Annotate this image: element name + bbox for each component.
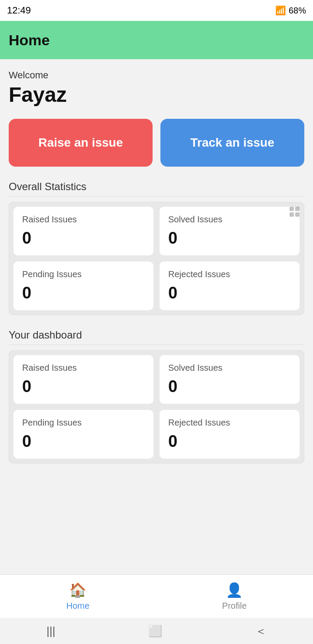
welcome-section: Welcome Fayaz: [9, 70, 304, 107]
dashboard-stats-grid: Raised Issues 0 Solved Issues 0 Pending …: [9, 350, 304, 463]
overall-raised-label: Raised Issues: [22, 215, 145, 225]
recent-apps-button[interactable]: |||: [47, 624, 55, 638]
system-nav: ||| ⬜ ＜: [0, 618, 313, 644]
dashboard-rejected-value: 0: [168, 432, 291, 451]
overall-statistics-section: Overall Statistics Raised Issues 0 Solve…: [9, 181, 304, 315]
status-time: 12:49: [7, 5, 31, 16]
dashboard-solved-value: 0: [168, 377, 291, 396]
user-name: Fayaz: [9, 83, 304, 107]
back-button[interactable]: ＜: [255, 624, 266, 639]
home-icon: 🏠: [69, 582, 87, 598]
grid-icon: [290, 207, 300, 217]
welcome-greeting: Welcome: [9, 70, 304, 81]
dashboard-pending-value: 0: [22, 432, 145, 451]
dashboard-rejected-label: Rejected Issues: [168, 418, 291, 428]
nav-profile[interactable]: 👤 Profile: [205, 578, 264, 614]
dashboard-pending-card: Pending Issues 0: [13, 410, 153, 459]
overall-pending-label: Pending Issues: [22, 269, 145, 279]
overall-pending-card: Pending Issues 0: [13, 262, 153, 310]
action-buttons: Raise an issue Track an issue: [9, 119, 304, 167]
overall-rejected-value: 0: [168, 284, 291, 302]
overall-rejected-card: Rejected Issues 0: [160, 262, 300, 310]
bottom-nav: 🏠 Home 👤 Profile: [0, 574, 313, 618]
status-bar: 12:49 📶 68%: [0, 0, 313, 21]
overall-stats-title: Overall Statistics: [9, 181, 304, 197]
status-icons: 📶 68%: [275, 5, 306, 16]
dashboard-section: Your dashboard Raised Issues 0 Solved Is…: [9, 329, 304, 463]
dashboard-solved-label: Solved Issues: [168, 363, 291, 373]
profile-icon: 👤: [226, 582, 243, 598]
dashboard-solved-card: Solved Issues 0: [160, 355, 300, 404]
dashboard-pending-label: Pending Issues: [22, 418, 145, 428]
overall-rejected-label: Rejected Issues: [168, 269, 291, 279]
app-title: Home: [9, 32, 50, 49]
main-content: Welcome Fayaz Raise an issue Track an is…: [0, 59, 313, 547]
overall-raised-card: Raised Issues 0: [13, 207, 153, 255]
home-nav-label: Home: [66, 601, 89, 611]
nav-home[interactable]: 🏠 Home: [49, 578, 107, 614]
dashboard-raised-label: Raised Issues: [22, 363, 145, 373]
raise-issue-button[interactable]: Raise an issue: [9, 119, 153, 167]
home-button[interactable]: ⬜: [148, 624, 162, 638]
dashboard-raised-card: Raised Issues 0: [13, 355, 153, 404]
dashboard-title: Your dashboard: [9, 329, 304, 345]
overall-solved-label: Solved Issues: [168, 215, 291, 225]
overall-raised-value: 0: [22, 229, 145, 248]
overall-pending-value: 0: [22, 284, 145, 302]
battery-level: 68%: [289, 6, 306, 16]
app-header: Home: [0, 21, 313, 59]
wifi-icon: 📶: [275, 5, 286, 16]
dashboard-rejected-card: Rejected Issues 0: [160, 410, 300, 459]
overall-solved-card: Solved Issues 0: [160, 207, 300, 255]
dashboard-raised-value: 0: [22, 377, 145, 396]
profile-nav-label: Profile: [222, 601, 247, 611]
overall-stats-grid: Raised Issues 0 Solved Issues 0 Pending …: [9, 202, 304, 315]
overall-solved-value: 0: [168, 229, 291, 248]
track-issue-button[interactable]: Track an issue: [160, 119, 304, 167]
